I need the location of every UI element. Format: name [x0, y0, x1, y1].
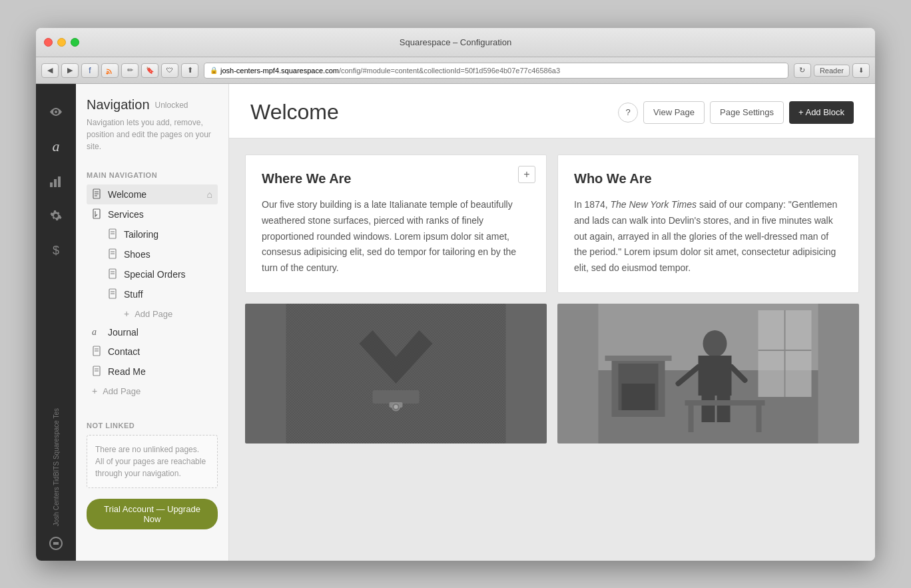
nav-item-readme[interactable]: Read Me	[87, 362, 218, 382]
nav-panel: Navigation Unlocked Navigation lets you …	[76, 84, 229, 561]
block2-title: Who We Are	[574, 171, 842, 186]
nav-item-shoes[interactable]: Shoes	[103, 244, 218, 264]
add-icon-sub: +	[124, 308, 129, 319]
svg-rect-1	[50, 182, 53, 187]
home-icon: ⌂	[207, 189, 212, 200]
content-actions: ? View Page Page Settings + Add Block	[618, 101, 854, 124]
nav-add-page[interactable]: + Add Page	[87, 382, 218, 400]
help-button[interactable]: ?	[618, 103, 638, 123]
icon-sidebar: a $ Josh Centers TidBITS Squarespace Tes	[36, 84, 76, 561]
sidebar-item-dollar[interactable]: $	[36, 233, 76, 268]
svg-rect-45	[605, 356, 672, 361]
add-block-button[interactable]: + Add Block	[789, 101, 854, 124]
browser-window: Squarespace – Configuration ◀ ▶ f ✏ 🔖 🛡 …	[36, 28, 875, 561]
svg-point-46	[703, 330, 727, 357]
facebook-button[interactable]: f	[81, 63, 99, 78]
nav-item-stuff[interactable]: Stuff	[103, 284, 218, 304]
nav-services-label: Services	[108, 209, 212, 220]
svg-rect-32	[373, 390, 420, 404]
nav-item-welcome[interactable]: Welcome ⌂	[87, 184, 218, 204]
not-linked-box: There are no unlinked pages. All of your…	[87, 435, 218, 488]
block1-text: Our five story building is a late Italia…	[262, 197, 530, 276]
content-body: Where We Are Our five story building is …	[229, 139, 875, 459]
upgrade-button[interactable]: Trial Account — Upgrade Now	[87, 499, 218, 529]
block1-add-button[interactable]: +	[518, 166, 535, 183]
compose-button[interactable]: ✏	[121, 63, 139, 78]
block1-title: Where We Are	[262, 171, 530, 186]
reader-button[interactable]: Reader	[814, 65, 850, 77]
nav-journal-label: Journal	[108, 327, 212, 338]
sidebar-item-chart[interactable]	[36, 164, 76, 198]
minimize-button[interactable]	[57, 38, 66, 47]
nav-panel-desc: Navigation lets you add, remove, positio…	[87, 117, 218, 152]
nav-panel-title: Navigation Unlocked	[87, 97, 218, 113]
nav-add-page-sub[interactable]: + Add Page	[103, 304, 218, 323]
nav-item-contact[interactable]: Contact	[87, 342, 218, 362]
maximize-button[interactable]	[71, 38, 79, 47]
svg-rect-51	[717, 396, 731, 422]
svg-rect-2	[54, 179, 57, 187]
back-button[interactable]: ◀	[41, 63, 59, 78]
nav-tailoring-label: Tailoring	[124, 229, 212, 240]
reload-button[interactable]: ↻	[794, 63, 811, 78]
share-button[interactable]: ⬆	[181, 63, 198, 78]
view-page-button[interactable]: View Page	[643, 101, 705, 124]
journal-icon: a	[92, 327, 103, 338]
sidebar-item-settings[interactable]	[36, 198, 76, 233]
add-page-label: Add Page	[103, 386, 141, 396]
svg-rect-3	[58, 176, 61, 187]
not-linked-label: NOT LINKED	[87, 422, 218, 430]
not-linked-section: NOT LINKED There are no unlinked pages. …	[87, 411, 218, 488]
block-who-we-are: Who We Are In 1874, The New York Times s…	[557, 154, 859, 293]
main-nav-label: MAIN NAVIGATION	[87, 171, 218, 179]
svg-point-35	[394, 405, 398, 409]
main-layout: a $ Josh Centers TidBITS Squarespace Tes…	[36, 84, 875, 561]
bookmark-button[interactable]: 🔖	[141, 63, 158, 78]
squarespace-logo[interactable]	[36, 526, 76, 561]
forward-button[interactable]: ▶	[61, 63, 79, 78]
nav-sub-items: Tailoring Shoes Special Orders Stuff + A…	[87, 224, 218, 323]
content-area: Welcome ? View Page Page Settings + Add …	[229, 84, 875, 561]
svg-rect-53	[689, 406, 694, 432]
svg-rect-47	[699, 356, 732, 396]
close-button[interactable]	[44, 38, 53, 47]
nav-panel-header: Navigation Unlocked Navigation lets you …	[87, 97, 218, 152]
nav-unlocked-badge: Unlocked	[155, 101, 188, 110]
sidebar-item-text[interactable]: a	[36, 129, 76, 164]
add-icon: +	[92, 386, 97, 396]
nav-special-orders-label: Special Orders	[124, 269, 212, 280]
not-linked-text: There are no unlinked pages. All of your…	[95, 443, 209, 479]
content-header: Welcome ? View Page Page Settings + Add …	[229, 84, 875, 139]
nav-item-special-orders[interactable]: Special Orders	[103, 264, 218, 284]
add-page-sub-label: Add Page	[135, 309, 172, 319]
nav-stuff-label: Stuff	[124, 289, 212, 300]
block2-text: In 1874, The New York Times said of our …	[574, 197, 842, 276]
nav-item-services[interactable]: Services	[87, 204, 218, 224]
nav-item-tailoring[interactable]: Tailoring	[103, 224, 218, 244]
nav-item-journal[interactable]: a Journal	[87, 323, 218, 342]
window-title: Squarespace – Configuration	[400, 37, 511, 47]
svg-rect-50	[702, 396, 715, 422]
sidebar-item-eye[interactable]	[36, 95, 76, 129]
svg-rect-54	[757, 406, 762, 432]
browser-toolbar: ◀ ▶ f ✏ 🔖 🛡 ⬆ 🔒 josh-centers-mpf4.square…	[36, 57, 875, 84]
page-settings-button[interactable]: Page Settings	[710, 101, 784, 124]
blocks-row: Where We Are Our five story building is …	[245, 154, 859, 293]
svg-point-0	[107, 72, 109, 74]
titlebar: Squarespace – Configuration	[36, 28, 875, 57]
image-jacket[interactable]	[245, 304, 547, 443]
nav-welcome-label: Welcome	[108, 189, 202, 200]
nav-contact-label: Contact	[108, 346, 212, 357]
image-tailor[interactable]	[557, 304, 859, 443]
svg-rect-8	[93, 209, 100, 218]
svg-rect-44	[622, 384, 655, 410]
url-bar[interactable]: 🔒 josh-centers-mpf4.squarespace.com/conf…	[204, 63, 788, 79]
url-display: josh-centers-mpf4.squarespace.com/config…	[220, 67, 560, 75]
lock-icon: 🔒	[210, 67, 218, 74]
shield-button[interactable]: 🛡	[161, 63, 178, 78]
images-row	[245, 304, 859, 443]
rss-button[interactable]	[101, 63, 119, 78]
download-button[interactable]: ⬇	[852, 63, 870, 78]
traffic-lights	[44, 38, 79, 47]
nav-readme-label: Read Me	[108, 366, 212, 377]
